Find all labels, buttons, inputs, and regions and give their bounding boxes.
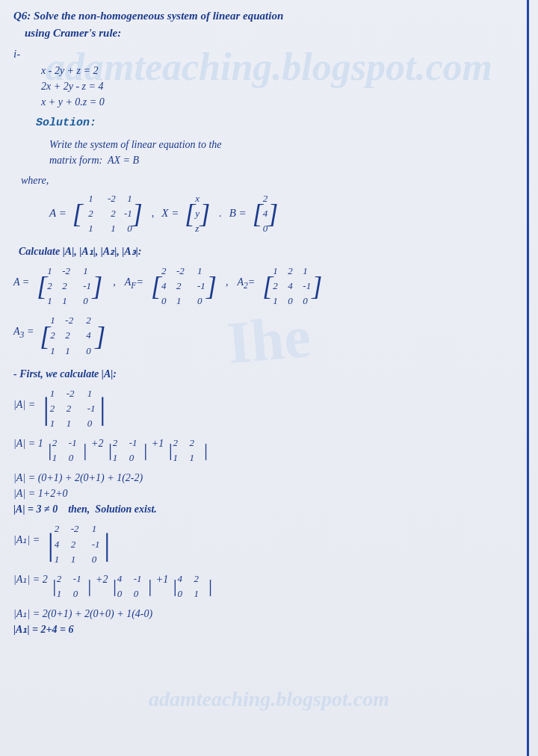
watermark-bottom: adamteaching.blogspot.com [149,687,389,711]
a3-display: A3 = [ 1 -2 2 2 2 4 [13,313,525,358]
solution-label-section: Solution: [13,114,525,131]
bracket-B-left: [ [253,200,263,227]
calc-matrix-A1-inner: 2 -2 1 4 2 -1 0 1 [161,264,206,309]
a11: 1 [83,191,93,206]
solution-label: Solution: [36,117,96,129]
det-a-step3: |A| = 3 ≠ 0 then, Solution exist. [13,501,525,517]
bracket-cA3-left: [ [40,323,50,350]
a31: 1 [83,221,93,236]
dA1-row1: 2 -2 1 [55,521,102,536]
bracket-X-left: [ [185,200,195,227]
comma1: , [152,205,155,222]
minor-a1-3: | 4 2 0 1 | [172,571,212,601]
det-A1-matrix-display: |A₁| = | 2 -2 1 4 2 -1 [13,521,525,566]
comma3: , [226,274,229,291]
minor3: | 2 2 1 1 | [167,436,208,465]
a33: 0 [122,221,132,236]
matrix-A: [ 1 -2 1 2 2 -1 [72,191,143,236]
det-a-step1: |A| = (0+1) + 2(0+1) + 1(2-2) [13,470,525,486]
cA-row3: 1 1 0 [47,294,92,309]
det-matrix-A1-inner: 2 -2 1 4 2 -1 1 1 [55,521,102,566]
calculate-label: Calculate |A|, |A₁|, |A₂|, |A₃|: [13,244,525,259]
det-A-expand-row: |A| = 1 | 2 -1 1 0 [13,436,525,465]
x-label: X = [161,205,179,222]
dot1: . [219,205,222,222]
minor1: | 2 -1 1 0 | [47,436,87,465]
det-A1-steps: |A₁| = 2(0+1) + 2(0+0) + 1(4-0) |A₁| = 2… [13,606,525,637]
bracket-dA1-left: | [46,529,55,560]
det-a1-step2: |A₁| = 2+4 = 6 [13,622,525,637]
det-a-label: |A| = [13,397,35,413]
where-label: where, [21,173,525,188]
det-a-step2: |A| = 1+2+0 [13,486,525,501]
bracket-A-right: ] [132,200,143,227]
a13: 1 [122,191,132,206]
det-A-steps: |A| = (0+1) + 2(0+1) + 1(2-2) |A| = 1+2+… [13,470,525,517]
det-A1-expand-row: |A₁| = 2 | 2 -1 1 0 [13,571,525,601]
calc-matrix-A-inner: 1 -2 1 2 2 -1 1 1 [47,264,92,309]
det-matrix-A1: | 2 -2 1 4 2 -1 [46,521,111,566]
matrices-display: A = [ 1 -2 1 2 2 -1 [13,264,525,309]
minor2-r1: 2 -1 [113,436,143,450]
calculate-section: Calculate |A|, |A₁|, |A₂|, |A₃|: [13,244,525,259]
calc-matrix-A3-inner: 1 -2 2 2 2 4 1 1 [50,313,95,358]
minor-a1-1: | 2 -1 1 0 | [52,571,92,601]
heading-text: Q6: Solve the non-homogeneous system of … [13,7,525,41]
a23: -1 [122,206,132,221]
math-content: Q6: Solve the non-homogeneous system of … [13,7,525,637]
calc-matrix-A2-inner: 1 2 1 2 4 -1 1 0 [273,264,312,309]
bracket-cA1-right: ] [206,273,217,300]
det-a1-eq: |A₁| = 2 [13,571,48,588]
bracket-A-left: [ [72,200,83,227]
calc-matrix-A3: [ 1 -2 2 2 2 4 [40,313,105,358]
where-section: where, A = [ 1 -2 1 [13,173,525,236]
page: adamteaching.blogspot.com Ihe Q6: Solve … [0,0,538,756]
minor-a1-2-inner: 4 -1 0 0 [117,571,147,601]
det-a1-label: |A₁| = [13,532,40,548]
bracket-dA1-right: | [102,529,111,560]
cA-row1: 1 -2 1 [47,264,92,279]
comma2: , [113,274,116,291]
bracket-cA2-right: ] [312,273,322,300]
dA1-row3: 1 1 0 [55,552,102,567]
a32: 1 [99,221,116,236]
a2-calc-label: A2= [237,274,255,293]
calc-matrix-A2: [ 1 2 1 2 4 -1 [262,264,322,309]
first-calc-section: - First, we calculate |A|: [13,366,525,382]
minor3-inner: 2 2 1 1 [173,436,202,465]
a1-calc-label: AF= [125,274,143,293]
matrix-A-row3: 1 1 0 [83,221,132,236]
problem-number: i- [13,46,20,63]
bracket-X-right: ] [200,200,210,227]
equations: x - 2y + z = 2 2x + 2y - z = 4 x + y + 0… [36,63,525,110]
dA-row3: 1 1 0 [50,416,98,431]
det-A1-matrix-section: |A₁| = | 2 -2 1 4 2 -1 [13,521,525,566]
calc-matrix-A1: [ 2 -2 1 4 2 -1 [151,264,217,309]
det-A-matrix-display: |A| = | 1 -2 1 2 2 -1 [13,386,525,431]
cA3-row2: 2 2 4 [50,328,95,343]
cA2-row2: 2 4 -1 [273,279,312,294]
matrix-A-row1: 1 -2 1 [83,191,132,206]
cA2-row3: 1 0 0 [273,294,312,309]
bracket-cA3-right: ] [95,323,105,350]
a3-section: A3 = [ 1 -2 2 2 2 4 [13,313,525,358]
dA-row2: 2 2 -1 [50,401,98,416]
dA-row1: 1 -2 1 [50,386,98,401]
det-a1-step1: |A₁| = 2(0+1) + 2(0+0) + 1(4-0) [13,606,525,622]
cA2-row1: 1 2 1 [273,264,312,279]
bracket-cA1-left: [ [151,273,161,300]
a-label: A = [49,205,67,222]
det-A1-expansion: |A₁| = 2 | 2 -1 1 0 [13,571,525,601]
cA1-row2: 4 2 -1 [161,279,206,294]
matrix-X: [ x y z ] [185,191,210,236]
a-calc-label: A = [13,274,29,291]
problem-label: i- [13,46,525,63]
bracket-dA-right: | [98,393,107,424]
matrix-B: [ 2 4 0 ] [253,191,279,236]
cA1-row1: 2 -2 1 [161,264,206,279]
det-A-matrix-section: |A| = | 1 -2 1 2 2 -1 [13,386,525,431]
minor-a1-1-inner: 2 -1 1 0 [57,571,87,601]
a22: 2 [99,206,116,221]
bracket-cA2-left: [ [262,273,273,300]
minor3-r2: 1 1 [173,450,202,465]
